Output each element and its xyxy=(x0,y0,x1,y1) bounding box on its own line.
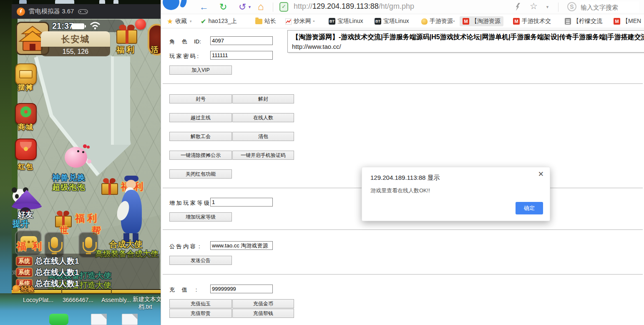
stall-icon[interactable] xyxy=(15,63,37,85)
bookmark-item[interactable]: 【柠檬交流 xyxy=(565,16,602,26)
ban-button[interactable]: 封号 xyxy=(169,94,232,103)
add-level-input[interactable] xyxy=(210,198,273,207)
mall-label: 商城 xyxy=(14,122,38,132)
confirm-button[interactable]: 确定 xyxy=(516,202,543,214)
bookmark-item[interactable]: 站长 xyxy=(255,16,276,26)
dialog-message: 游戏里查看在线人数OK!! xyxy=(370,187,430,194)
location-plaque: 长安城 xyxy=(41,31,110,47)
welfare-gift-icon[interactable] xyxy=(101,177,120,196)
star-icon: ★ xyxy=(167,17,173,26)
browser-window: ← ↻ ↺ ▼ ⌂ ✓ http://129.204.189.113:88/ht… xyxy=(161,0,644,325)
home-button[interactable]: ⌂ xyxy=(258,0,264,13)
location-name: 长安城 xyxy=(61,34,90,44)
bookmark-favorites[interactable]: ★ 收藏 ▼ xyxy=(167,16,192,26)
boost-label: 提升 xyxy=(13,218,29,229)
disband-guild-button[interactable]: 解散工会 xyxy=(169,132,232,141)
xp-label: 经验 xyxy=(21,285,34,294)
mall-icon[interactable] xyxy=(15,103,37,125)
xp-icon xyxy=(13,285,20,292)
add-level-label: 增 加 玩 家 等 级 : xyxy=(169,199,212,207)
password-input[interactable] xyxy=(210,51,273,60)
welfare-label: 福利 xyxy=(75,212,99,225)
refresh-button[interactable]: ↻ xyxy=(219,1,227,13)
unban-button[interactable]: 解封 xyxy=(232,94,294,103)
browser-logo-icon[interactable] xyxy=(163,0,179,10)
join-vip-button[interactable]: 加入VIP xyxy=(169,66,232,75)
desktop-file-label[interactable]: Assembly... xyxy=(101,297,131,303)
bookmark-item[interactable]: M 手游技术交 xyxy=(513,16,551,26)
notice-input[interactable] xyxy=(210,241,273,250)
role-id-input[interactable] xyxy=(210,36,273,45)
tooltip-url: http://www.tao.cc/ xyxy=(292,43,640,50)
flash-icon[interactable] xyxy=(516,3,520,11)
close-redpacket-button[interactable]: 关闭红包功能 xyxy=(169,169,232,179)
site-security-icon[interactable]: ✓ xyxy=(279,2,288,12)
system-badge: 系统 xyxy=(16,268,33,277)
bookmark-item[interactable]: BT 宝塔Linux xyxy=(375,16,409,26)
redpacket-icon[interactable] xyxy=(15,139,37,160)
add-level-button[interactable]: 增加玩家等级 xyxy=(169,212,232,222)
recharge-gold-button[interactable]: 充值金币 xyxy=(232,299,294,308)
desktop-app-icon[interactable] xyxy=(49,314,68,325)
baota-icon: BT xyxy=(329,18,335,25)
hao123-icon: ✔ xyxy=(201,18,206,25)
desktop-file-icon[interactable] xyxy=(122,314,138,325)
undo-button[interactable]: ↺ xyxy=(239,1,246,13)
desktop-icon-peek xyxy=(99,0,105,4)
system-message: 系统 总在线人数1 xyxy=(16,267,79,278)
desktop-file-label[interactable]: LocoyPlat... xyxy=(23,297,53,303)
toolbar-dropdown-icon[interactable]: ▼ xyxy=(546,5,549,9)
url-path: /ht/gm.php xyxy=(379,2,414,10)
address-bar[interactable]: http://129.204.189.113:88/ht/gm.php xyxy=(294,2,414,11)
send-notice-button[interactable]: 发送公告 xyxy=(169,256,232,265)
system-message: 系统 总在线人数1 xyxy=(16,256,79,267)
bookmark-tooltip: 【淘游资源网】-游戏技术交流|手游服务端源码|H5游戏技术论坛|网游单机|手游服… xyxy=(287,30,644,53)
bookmark-item[interactable]: ✔ hao123_上 xyxy=(201,16,237,26)
desktop-file-label[interactable]: 36666467... xyxy=(63,297,93,303)
bookmark-item[interactable]: 手游资源- xyxy=(421,16,455,26)
toolbar-divider xyxy=(273,3,273,12)
ldplayer-logo-icon xyxy=(17,8,25,16)
close-icon[interactable]: ✕ xyxy=(538,170,544,179)
system-badge: 系统 xyxy=(16,257,33,266)
bubble-pet[interactable] xyxy=(65,146,89,169)
recharge-banggong-button[interactable]: 充值帮贡 xyxy=(169,309,232,318)
desktop-file-label[interactable]: 档.txt xyxy=(138,303,152,311)
bookmark-item[interactable]: BT 宝塔Linux xyxy=(329,16,363,26)
desktop-icon-peek xyxy=(113,0,118,4)
skip-main-button[interactable]: 越过主线 xyxy=(169,113,232,122)
favorite-star-icon[interactable]: ☆ xyxy=(530,1,538,11)
enable-sms-button[interactable]: 一键开启手机验证码 xyxy=(232,151,294,160)
emulator-titlebar[interactable]: 雷电模拟器 3.67 xyxy=(12,4,161,19)
recharge-xianyu-button[interactable]: 充值仙玉 xyxy=(169,299,232,308)
quick-search-input[interactable] xyxy=(581,2,639,13)
clear-stall-button[interactable]: 一键清除摆摊公示 xyxy=(169,151,232,160)
bookmark-item-hovered[interactable]: M 【淘游资源 xyxy=(460,16,503,26)
folder-icon xyxy=(255,19,262,24)
trophy-icon xyxy=(421,18,428,25)
notice-label: 公 告 内 容 : xyxy=(169,243,200,250)
document-icon xyxy=(565,18,571,25)
desktop-file-label[interactable]: 新建文本文 xyxy=(133,296,162,303)
game-viewport: 处 览 21:37 长安城 155, 126 xyxy=(12,19,161,294)
stall-label: 摆摊 xyxy=(14,83,38,92)
undo-dropdown-icon[interactable]: ▼ xyxy=(248,5,252,9)
desktop-icon-peek xyxy=(19,0,27,4)
search-engine-icon[interactable]: S xyxy=(567,2,576,11)
redpacket-label: 红包 xyxy=(14,162,38,171)
online-count-button[interactable]: 在线人数 xyxy=(232,113,294,122)
password-label: 玩 家 密 码 : xyxy=(169,53,199,60)
chevron-down-icon: ▼ xyxy=(189,20,192,23)
clear-bag-button[interactable]: 清包 xyxy=(232,132,294,141)
desktop-wallpaper-bottom: LocoyPlat... 36666467... Assembly... 新建文… xyxy=(0,293,161,325)
divider xyxy=(163,83,643,84)
recharge-input[interactable] xyxy=(210,285,273,293)
tooltip-title: 【淘游资源网】-游戏技术交流|手游服务端源码|H5游戏技术论坛|网游单机|手游服… xyxy=(292,33,640,42)
desktop-file-icon[interactable] xyxy=(91,314,107,325)
recharge-bangqian-button[interactable]: 充值帮钱 xyxy=(232,309,294,318)
m-site-icon: M xyxy=(513,18,520,25)
back-button[interactable]: ← xyxy=(199,1,209,13)
bookmark-item[interactable]: M 【MEN xyxy=(614,16,641,26)
bookmark-item[interactable]: 炒米网 - xyxy=(285,16,315,26)
gamepad-icon[interactable] xyxy=(78,8,88,15)
